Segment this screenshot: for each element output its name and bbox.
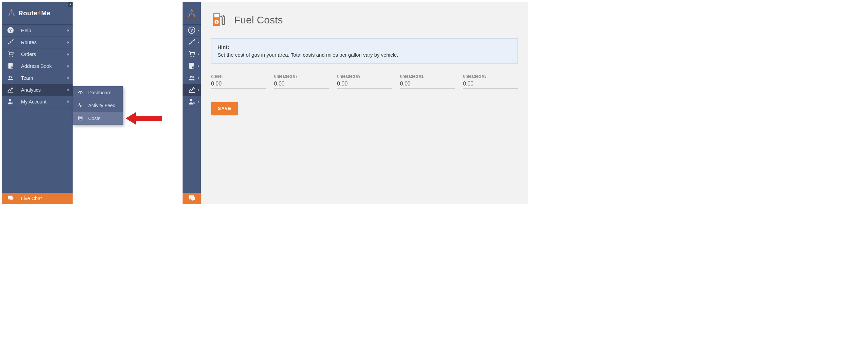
svg-point-26: [190, 56, 191, 57]
sidebar-item-addressbook[interactable]: Address Book: [2, 60, 73, 72]
page-title: Fuel Costs: [234, 14, 283, 26]
sidebar-item-routes[interactable]: [183, 37, 201, 49]
sidebar-item-team[interactable]: [183, 72, 201, 84]
svg-point-18: [80, 93, 81, 93]
svg-text:?: ?: [190, 27, 193, 33]
chevron-right-icon: [198, 65, 199, 68]
field-label: unleaded 91: [400, 74, 455, 79]
svg-point-3: [10, 55, 11, 56]
svg-point-35: [192, 76, 194, 77]
team-icon: [7, 74, 14, 82]
svg-rect-6: [8, 64, 8, 64]
addressbook-icon: [7, 62, 14, 71]
chat-icon: [188, 194, 196, 203]
dashboard-icon: [77, 89, 83, 96]
analytics-submenu: Dashboard Activity Feed $ Costs: [73, 86, 123, 125]
svg-point-14: [9, 99, 11, 101]
submenu-item-label: Activity Feed: [88, 103, 115, 108]
cart-icon: [7, 50, 14, 59]
help-icon: ?: [7, 26, 14, 35]
sidebar-item-orders[interactable]: [183, 49, 201, 60]
field-unleaded93: unleaded 93: [463, 74, 518, 89]
brand-logo[interactable]: Route4Me: [2, 2, 73, 25]
svg-point-17: [12, 102, 13, 103]
chevron-right-icon: [68, 89, 69, 91]
account-icon: [7, 98, 14, 106]
chat-icon: [7, 194, 14, 203]
costs-icon: $: [77, 115, 83, 122]
unleaded91-input[interactable]: [400, 80, 455, 89]
svg-point-23: [191, 13, 192, 14]
hint-title: Hint:: [218, 44, 229, 50]
chevron-right-icon: [68, 77, 69, 79]
svg-point-33: [193, 67, 193, 68]
sidebar-expanded: Route4Me ? Help Routes Orders: [2, 2, 73, 204]
sidebar-item-orders[interactable]: Orders: [2, 49, 73, 60]
hint-box: Hint: Set the cost of gas in your area. …: [211, 38, 518, 64]
svg-point-11: [9, 76, 11, 78]
unleaded89-input[interactable]: [337, 80, 392, 89]
route4me-logo-icon: [7, 8, 16, 19]
sidebar-item-label: Analytics: [21, 87, 61, 93]
svg-rect-7: [8, 65, 8, 66]
field-label: diesel: [211, 74, 266, 79]
live-chat-label: Live Chat: [21, 196, 42, 201]
sidebar-item-label: Team: [21, 75, 61, 81]
page-content: $ Fuel Costs Hint: Set the cost of gas i…: [201, 2, 528, 204]
sidebar-item-help[interactable]: ?: [183, 25, 201, 37]
chevron-right-icon: [198, 89, 199, 91]
svg-rect-31: [189, 67, 189, 68]
chevron-right-icon: [68, 53, 69, 56]
sidebar-item-addressbook[interactable]: [183, 60, 201, 72]
brand-logo-small[interactable]: [183, 2, 201, 25]
sidebar-collapse-toggle[interactable]: [68, 2, 73, 7]
routes-icon: [188, 38, 196, 47]
svg-point-0: [11, 12, 12, 14]
sidebar-item-analytics[interactable]: [183, 84, 201, 96]
chevron-right-icon: [68, 100, 69, 103]
svg-rect-8: [8, 67, 8, 68]
annotation-arrow-icon: [126, 110, 162, 127]
submenu-item-costs[interactable]: $ Costs: [73, 112, 123, 125]
svg-rect-41: [214, 14, 219, 18]
sidebar-item-myaccount[interactable]: [183, 96, 201, 108]
diesel-input[interactable]: [211, 80, 266, 89]
chevron-right-icon: [198, 29, 199, 32]
routes-icon: [7, 38, 14, 47]
fuel-cost-fields: diesel unleaded 87 unleaded 89 unleaded …: [211, 74, 518, 89]
chevron-right-icon: [68, 29, 69, 32]
fuel-pump-icon: $: [211, 12, 227, 28]
sidebar-item-label: My Account: [21, 99, 61, 104]
live-chat-button[interactable]: Live Chat: [2, 193, 73, 204]
field-label: unleaded 93: [463, 74, 518, 79]
save-button[interactable]: SAVE: [211, 102, 238, 115]
submenu-item-activityfeed[interactable]: Activity Feed: [73, 99, 123, 112]
sidebar-item-team[interactable]: Team: [2, 72, 73, 84]
hint-body: Set the cost of gas in your area. Total …: [218, 52, 398, 58]
sidebar-item-routes[interactable]: Routes: [2, 37, 73, 49]
submenu-item-dashboard[interactable]: Dashboard: [73, 86, 123, 99]
svg-text:?: ?: [9, 27, 12, 33]
unleaded87-input[interactable]: [274, 80, 329, 89]
live-chat-button[interactable]: [183, 193, 201, 204]
svg-point-27: [193, 56, 194, 57]
field-unleaded87: unleaded 87: [274, 74, 329, 89]
cart-icon: [188, 50, 196, 59]
field-unleaded89: unleaded 89: [337, 74, 392, 89]
sidebar-item-help[interactable]: ? Help: [2, 25, 73, 37]
svg-rect-29: [189, 64, 189, 64]
sidebar-item-analytics[interactable]: Analytics: [2, 84, 73, 96]
svg-point-34: [190, 76, 192, 78]
analytics-icon: [7, 86, 14, 94]
field-label: unleaded 89: [337, 74, 392, 79]
chevron-right-icon: [198, 100, 199, 103]
unleaded93-input[interactable]: [463, 80, 518, 89]
svg-rect-13: [8, 92, 14, 92]
svg-text:$: $: [216, 20, 218, 24]
svg-point-37: [190, 99, 192, 101]
sidebar-item-myaccount[interactable]: My Account: [2, 96, 73, 108]
svg-point-4: [12, 55, 13, 56]
activity-icon: [77, 102, 83, 109]
svg-rect-36: [189, 92, 195, 93]
svg-point-19: [79, 116, 82, 118]
